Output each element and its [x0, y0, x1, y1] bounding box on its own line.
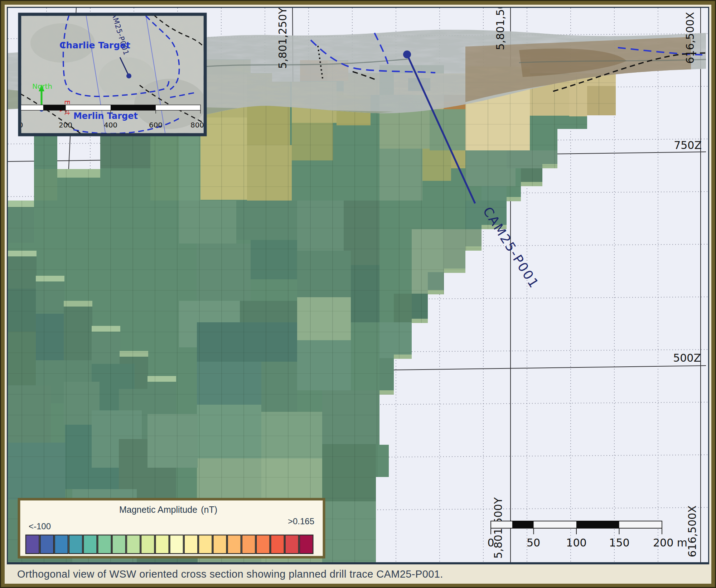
legend-swatch [83, 535, 97, 554]
axis-label-z750: 750Z [674, 139, 702, 151]
inset-tick-800: 800 [190, 121, 204, 129]
figure-caption: Orthogonal view of WSW oriented cross se… [17, 568, 443, 580]
legend-swatch [228, 535, 241, 554]
charlie-target-label: Charlie Target [59, 40, 130, 50]
legend-swatch [40, 535, 54, 554]
legend-swatch [26, 535, 39, 554]
scalebar-tick-0: 0 [487, 536, 494, 549]
inset-plan-map: CAM25-P001 Charlie Target Merlin Target … [19, 6, 206, 135]
legend-swatch [69, 535, 83, 554]
legend-swatch [285, 535, 299, 554]
cross-section-figure: CAM25-P001 5,801,250Y 5,801,500Y 616,500… [0, 0, 716, 588]
scalebar-tick-200: 200 m [653, 536, 687, 549]
legend-swatch [127, 535, 140, 554]
inset-tick-400: 400 [104, 121, 117, 129]
legend-swatch [213, 535, 227, 554]
legend-swatch [199, 535, 212, 554]
legend-swatch [184, 535, 198, 554]
legend-swatch [271, 535, 284, 554]
legend-swatch [98, 535, 111, 554]
scalebar-tick-150: 150 [609, 536, 629, 549]
scalebar-tick-100: 100 [566, 536, 586, 549]
legend-title: Magnetic Amplitude(nT) [119, 505, 217, 515]
scalebar-tick-50: 50 [527, 536, 540, 549]
figure-stage: CAM25-P001 5,801,250Y 5,801,500Y 616,500… [0, 0, 716, 588]
legend-swatch [242, 535, 256, 554]
axis-label-y250: 5,801,250Y [276, 7, 289, 69]
merlin-target-label: Merlin Target [73, 111, 138, 121]
axis-label-x-top: 616,500X [684, 12, 696, 64]
legend-swatch [256, 535, 270, 554]
legend-min-label: <-100 [29, 521, 51, 531]
inset-tick-600: 600 [149, 121, 163, 129]
legend-swatch [141, 535, 155, 554]
legend-swatch [170, 535, 184, 554]
legend: Magnetic Amplitude(nT) <-100 >0.165 [19, 499, 324, 557]
legend-swatch [155, 535, 169, 554]
inset-drill-collar-dot [126, 73, 131, 78]
legend-max-label: >0.165 [288, 516, 314, 526]
legend-swatch [300, 535, 313, 554]
north-label: North [32, 82, 52, 91]
axis-label-x-bottom: 616,500X [686, 505, 698, 557]
axis-label-z500: 500Z [673, 352, 701, 364]
legend-swatch [112, 535, 126, 554]
legend-swatch [55, 535, 68, 554]
drill-collar-dot [403, 50, 411, 58]
inset-tick-200: 200 [59, 121, 72, 129]
